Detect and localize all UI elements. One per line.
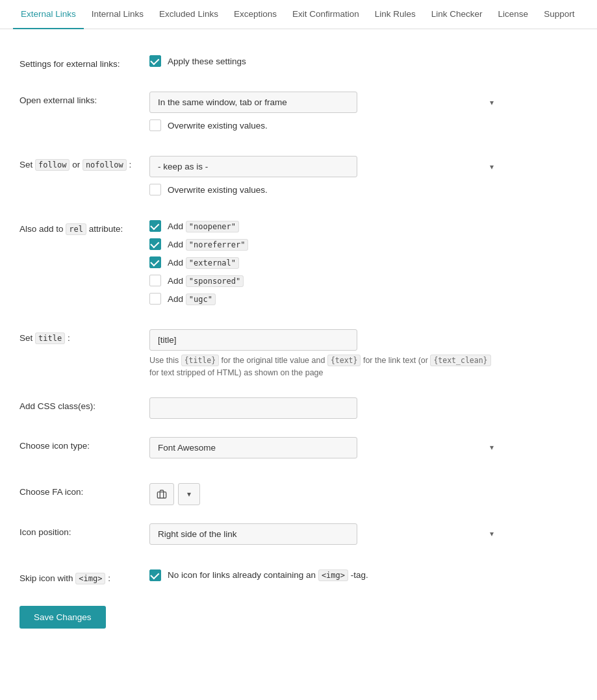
set-title-label: Set title : — [19, 329, 149, 343]
open-external-overwrite-checkbox[interactable] — [149, 119, 161, 131]
main-content: Settings for external links: Apply these… — [0, 49, 597, 655]
skip-icon-with-label: Skip icon with <img> : — [19, 569, 149, 583]
also-add-label-prefix: Also add to — [19, 224, 66, 234]
tab-exit-confirmation[interactable]: Exit Confirmation — [285, 0, 367, 29]
set-title-prefix: Set — [19, 333, 35, 343]
set-follow-select-arrow: ▾ — [490, 162, 494, 171]
open-external-overwrite-row: Overwrite existing values. — [149, 119, 500, 131]
open-external-overwrite-label: Overwrite existing values. — [168, 121, 268, 131]
open-external-links-label: Open external links: — [19, 92, 149, 105]
open-external-links-select-arrow: ▾ — [490, 98, 494, 107]
choose-icon-type-select[interactable]: Font Awesome Dashicons Custom image — [149, 437, 357, 458]
set-follow-code1: follow — [35, 159, 70, 171]
set-follow-select-wrapper: - keep as is - follow nofollow ▾ — [149, 156, 500, 177]
choose-icon-type-control: Font Awesome Dashicons Custom image ▾ — [149, 437, 500, 465]
fa-icon-dropdown-button[interactable]: ▾ — [178, 483, 200, 505]
add-css-classes-control — [149, 397, 500, 419]
settings-for-external-links-row: Settings for external links: Apply these… — [19, 55, 578, 73]
set-follow-label-colon: : — [127, 160, 132, 169]
set-title-suffix: : — [65, 333, 70, 343]
choose-icon-type-select-wrapper: Font Awesome Dashicons Custom image ▾ — [149, 437, 500, 458]
tab-external-links[interactable]: External Links — [13, 0, 84, 29]
skip-icon-prefix: Skip icon with — [19, 573, 75, 583]
also-add-rel-code: rel — [66, 223, 86, 235]
rel-sponsored-row: Add "sponsored" — [149, 275, 500, 286]
rel-ugc-row: Add "ugc" — [149, 293, 500, 305]
choose-fa-icon-control: ▾ — [149, 483, 500, 505]
skip-icon-colon: : — [105, 573, 110, 583]
also-add-label-suffix: attribute: — [86, 224, 123, 234]
open-external-links-select-wrapper: In the same window, tab or frame In a ne… — [149, 92, 500, 113]
apply-settings-checkbox[interactable] — [149, 55, 161, 67]
set-title-code: title — [35, 332, 65, 344]
add-css-classes-row: Add CSS class(es): — [19, 397, 578, 419]
tab-excluded-links[interactable]: Excluded Links — [151, 0, 226, 29]
skip-icon-img-code: <img> — [75, 573, 105, 584]
also-add-to-rel-row: Also add to rel attribute: Add "noopener… — [19, 220, 578, 311]
set-title-row: Set title : Use this {title} for the ori… — [19, 329, 578, 379]
fa-icon-preview — [149, 483, 174, 505]
rel-external-row: Add "external" — [149, 256, 500, 268]
rel-ugc-label: Add "ugc" — [168, 294, 216, 304]
set-title-input[interactable] — [149, 329, 357, 351]
save-changes-button[interactable]: Save Changes — [19, 606, 106, 629]
rel-noreferrer-checkbox[interactable] — [149, 238, 161, 250]
rel-noreferrer-row: Add "noreferrer" — [149, 238, 500, 250]
icon-position-control: Right side of the link Left side of the … — [149, 523, 500, 551]
skip-icon-with-row: Skip icon with <img> : No icon for links… — [19, 569, 578, 588]
tab-link-checker[interactable]: Link Checker — [424, 0, 490, 29]
save-button-container: Save Changes — [19, 606, 578, 629]
set-title-control: Use this {title} for the original title … — [149, 329, 500, 379]
apply-settings-label: Apply these settings — [168, 56, 246, 66]
settings-for-external-links-control: Apply these settings — [149, 55, 500, 73]
rel-noopener-row: Add "noopener" — [149, 220, 500, 232]
also-add-to-rel-label: Also add to rel attribute: — [19, 220, 149, 234]
set-follow-overwrite-row: Overwrite existing values. — [149, 184, 500, 195]
icon-position-select[interactable]: Right side of the link Left side of the … — [149, 523, 357, 545]
skip-icon-checkbox-row: No icon for links already containing an … — [149, 569, 500, 581]
set-follow-select[interactable]: - keep as is - follow nofollow — [149, 156, 357, 177]
tabs-navigation: External Links Internal Links Excluded L… — [0, 0, 597, 29]
rel-noreferrer-label: Add "noreferrer" — [168, 240, 248, 249]
choose-icon-type-row: Choose icon type: Font Awesome Dashicons… — [19, 437, 578, 465]
icon-position-label: Icon position: — [19, 523, 149, 537]
choose-icon-type-label: Choose icon type: — [19, 437, 149, 451]
rel-ugc-checkbox[interactable] — [149, 293, 161, 305]
set-follow-overwrite-label: Overwrite existing values. — [168, 185, 268, 195]
choose-fa-icon-label: Choose FA icon: — [19, 483, 149, 497]
set-follow-label-prefix: Set — [19, 160, 35, 169]
rel-noopener-checkbox[interactable] — [149, 220, 161, 232]
open-external-links-select[interactable]: In the same window, tab or frame In a ne… — [149, 92, 357, 113]
skip-icon-checkbox[interactable] — [149, 569, 161, 581]
rel-external-checkbox[interactable] — [149, 256, 161, 268]
tab-license[interactable]: License — [490, 0, 537, 29]
rel-sponsored-label: Add "sponsored" — [168, 276, 244, 286]
tab-link-rules[interactable]: Link Rules — [367, 0, 424, 29]
tab-exceptions[interactable]: Exceptions — [226, 0, 285, 29]
choose-icon-type-arrow: ▾ — [490, 443, 494, 452]
tab-support[interactable]: Support — [536, 0, 582, 29]
rel-external-label: Add "external" — [168, 258, 239, 268]
svg-rect-0 — [157, 492, 166, 497]
set-follow-nofollow-row: Set follow or nofollow : - keep as is - … — [19, 156, 578, 202]
icon-position-row: Icon position: Right side of the link Le… — [19, 523, 578, 551]
tab-internal-links[interactable]: Internal Links — [84, 0, 151, 29]
set-follow-overwrite-checkbox[interactable] — [149, 184, 161, 195]
rel-sponsored-checkbox[interactable] — [149, 275, 161, 286]
open-external-links-control: In the same window, tab or frame In a ne… — [149, 92, 500, 138]
settings-for-external-links-label: Settings for external links: — [19, 55, 149, 69]
apply-settings-checkbox-row: Apply these settings — [149, 55, 500, 67]
icon-picker-wrapper: ▾ — [149, 483, 500, 505]
set-follow-nofollow-control: - keep as is - follow nofollow ▾ Overwri… — [149, 156, 500, 202]
set-title-help-text: Use this {title} for the original title … — [149, 355, 500, 379]
open-external-links-row: Open external links: In the same window,… — [19, 92, 578, 138]
icon-position-select-wrapper: Right side of the link Left side of the … — [149, 523, 500, 545]
also-add-to-rel-control: Add "noopener" Add "noreferrer" Add "ext… — [149, 220, 500, 311]
add-css-classes-label: Add CSS class(es): — [19, 397, 149, 411]
skip-icon-label: No icon for links already containing an … — [168, 570, 368, 580]
skip-icon-control: No icon for links already containing an … — [149, 569, 500, 588]
add-css-classes-input[interactable] — [149, 397, 357, 419]
set-follow-code2: nofollow — [83, 159, 127, 171]
icon-position-arrow: ▾ — [490, 529, 494, 538]
set-follow-nofollow-label: Set follow or nofollow : — [19, 156, 149, 169]
